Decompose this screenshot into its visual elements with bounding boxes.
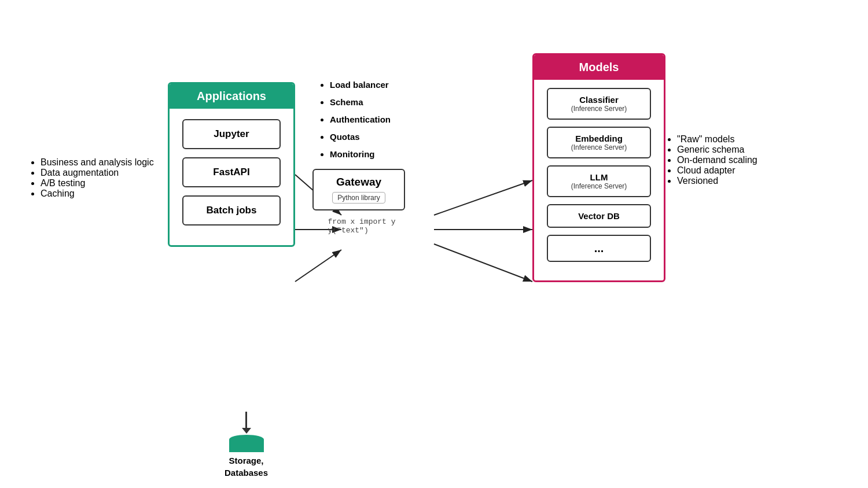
right-list-item: On-demand scaling bbox=[677, 155, 757, 165]
model-llm: LLM (Inference Server) bbox=[547, 165, 651, 197]
left-list-item: Business and analysis logic bbox=[41, 157, 154, 168]
feature-item: Schema bbox=[330, 94, 405, 111]
right-list-item: Versioned bbox=[677, 176, 757, 186]
gateway-code: from x import y y("text") bbox=[322, 217, 395, 235]
app-jupyter: Jupyter bbox=[182, 119, 281, 149]
right-list-items: "Raw" models Generic schema On-demand sc… bbox=[677, 134, 757, 186]
applications-box: Applications Jupyter FastAPI Batch jobs bbox=[168, 82, 295, 247]
models-header: Models bbox=[534, 55, 664, 80]
svg-line-5 bbox=[434, 244, 532, 282]
model-more: ... bbox=[547, 235, 651, 262]
models-section: Models Classifier (Inference Server) Emb… bbox=[532, 53, 665, 282]
left-list-items: Business and analysis logic Data augment… bbox=[41, 157, 154, 199]
model-vectordb: Vector DB bbox=[547, 204, 651, 228]
svg-line-3 bbox=[434, 180, 532, 215]
left-list-item: A/B testing bbox=[41, 178, 154, 188]
left-list-item: Caching bbox=[41, 188, 154, 199]
storage-cylinder bbox=[225, 435, 268, 452]
storage-label: Storage,Databases bbox=[225, 454, 268, 479]
right-list-item: "Raw" models bbox=[677, 134, 757, 145]
model-embedding: Embedding (Inference Server) bbox=[547, 127, 651, 158]
svg-line-2 bbox=[295, 250, 341, 282]
right-list-item: Generic schema bbox=[677, 145, 757, 155]
applications-section: Applications Jupyter FastAPI Batch jobs bbox=[168, 82, 295, 247]
gateway-block: Gateway Python library bbox=[312, 169, 405, 210]
storage-section: Storage,Databases bbox=[225, 412, 268, 479]
diagram-container: Business and analysis logic Data augment… bbox=[29, 19, 839, 469]
feature-item: Load balancer bbox=[330, 76, 405, 94]
gateway-subtitle: Python library bbox=[332, 192, 385, 204]
storage-arrow bbox=[245, 412, 247, 429]
model-classifier: Classifier (Inference Server) bbox=[547, 88, 651, 120]
left-features-list: Business and analysis logic Data augment… bbox=[41, 157, 154, 199]
app-batchjobs: Batch jobs bbox=[182, 195, 281, 225]
gateway-area: Load balancer Schema Authentication Quot… bbox=[312, 76, 405, 235]
feature-item: Quotas bbox=[330, 128, 405, 146]
gateway-title: Gateway bbox=[323, 176, 395, 188]
app-fastapi: FastAPI bbox=[182, 157, 281, 187]
gateway-features-list: Load balancer Schema Authentication Quot… bbox=[312, 76, 405, 163]
models-box: Models Classifier (Inference Server) Emb… bbox=[532, 53, 665, 282]
feature-item: Monitoring bbox=[330, 146, 405, 163]
applications-header: Applications bbox=[170, 84, 293, 109]
feature-item: Authentication bbox=[330, 111, 405, 128]
cylinder-body bbox=[229, 439, 264, 452]
left-list-item: Data augmentation bbox=[41, 168, 154, 178]
arrows-svg bbox=[29, 19, 839, 469]
right-list-item: Cloud adapter bbox=[677, 165, 757, 176]
right-features-list: "Raw" models Generic schema On-demand sc… bbox=[677, 134, 757, 186]
